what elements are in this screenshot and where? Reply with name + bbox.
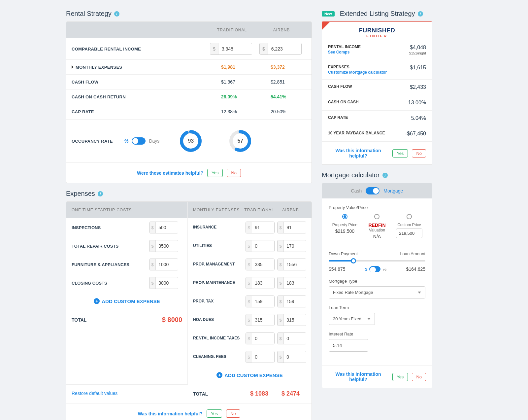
property-price-radio[interactable] bbox=[342, 214, 347, 219]
proptax-trad-input[interactable]: $ bbox=[246, 296, 275, 307]
interest-rate-input[interactable] bbox=[329, 339, 368, 352]
income-trad-input[interactable]: $ bbox=[210, 43, 252, 55]
helpful-yes-button[interactable]: Yes bbox=[207, 169, 223, 177]
property-price-label: Property Price bbox=[329, 223, 361, 227]
ext-cashflow-label: CASH FLOW bbox=[328, 84, 410, 89]
insurance-trad-input[interactable]: $ bbox=[246, 222, 275, 233]
info-icon[interactable]: i bbox=[114, 11, 119, 17]
rtax-airbnb-input[interactable]: $ bbox=[277, 332, 306, 344]
occupancy-rate-label: OCCUPANCY RATE bbox=[72, 139, 124, 144]
clean-trad-input[interactable]: $ bbox=[246, 351, 275, 363]
rental-strategy-title: Rental Strategy i bbox=[66, 10, 312, 18]
repair-input[interactable]: $ bbox=[149, 240, 178, 252]
restore-defaults-link[interactable]: Restore default values bbox=[66, 384, 188, 403]
customize-link[interactable]: Customize bbox=[328, 70, 348, 75]
add-custom-monthly-button[interactable]: +ADD CUSTOM EXPENSE bbox=[188, 366, 312, 384]
inspections-input[interactable]: $ bbox=[149, 222, 178, 233]
maint-trad-input[interactable]: $ bbox=[246, 277, 275, 289]
info-icon[interactable]: i bbox=[418, 11, 423, 17]
clean-airbnb-input[interactable]: $ bbox=[277, 351, 306, 363]
down-payment-label: Down Payment bbox=[329, 251, 358, 256]
mgmt-airbnb-input[interactable]: $ bbox=[277, 259, 306, 270]
income-airbnb-input[interactable]: $ bbox=[259, 43, 302, 55]
hoa-trad-input[interactable]: $ bbox=[246, 314, 275, 326]
ext-income-label: RENTAL INCOME bbox=[328, 45, 409, 49]
col-traditional: TRADITIONAL bbox=[207, 28, 257, 32]
closing-input[interactable]: $ bbox=[149, 277, 178, 289]
maint-airbnb-input[interactable]: $ bbox=[277, 277, 306, 289]
furniture-input[interactable]: $ bbox=[149, 259, 178, 270]
chevron-down-icon bbox=[367, 318, 371, 320]
monthly-expenses-header: MONTHLY EXPENSES bbox=[193, 208, 244, 212]
coc-return-label: CASH ON CASH RETURN bbox=[72, 94, 207, 99]
insurance-airbnb-input[interactable]: $ bbox=[277, 222, 306, 233]
occupancy-donut-trad: 93 bbox=[179, 129, 202, 153]
cap-trad: 12.38% bbox=[207, 109, 257, 114]
info-icon[interactable]: i bbox=[98, 191, 103, 196]
add-custom-startup-button[interactable]: +ADD CUSTOM EXPENSE bbox=[66, 292, 187, 310]
mortgage-type-select[interactable]: Fixed Rate Mortgage bbox=[329, 286, 425, 298]
dollar-percent-toggle[interactable] bbox=[369, 266, 380, 272]
monthly-total-airbnb: $ 2474 bbox=[275, 390, 306, 397]
redfin-valuation-label: Valuation bbox=[361, 228, 393, 232]
coc-airbnb: 54.41% bbox=[257, 94, 306, 99]
mortgage-label: Mortgage bbox=[383, 188, 403, 193]
mortgage-calculator-title: Mortgage calculator i bbox=[322, 171, 432, 179]
mgmt-trad-input[interactable]: $ bbox=[246, 259, 275, 270]
see-comps-link[interactable]: See Comps bbox=[328, 50, 349, 54]
cash-mortgage-toggle[interactable] bbox=[366, 187, 380, 194]
helpful-no-button[interactable]: No bbox=[412, 149, 426, 158]
expenses-trad: $1,981 bbox=[207, 64, 257, 70]
property-value-label: Property Value/Price bbox=[329, 205, 425, 210]
monthly-total-label: TOTAL bbox=[193, 391, 244, 397]
extended-listing-title: New Extended Listing Strategy i bbox=[322, 10, 432, 18]
days-label: Days bbox=[149, 138, 159, 144]
custom-price-input[interactable] bbox=[396, 228, 422, 238]
repair-label: TOTAL REPAIR COSTS bbox=[72, 244, 149, 249]
inspections-label: INSPECTIONS bbox=[72, 225, 149, 230]
redfin-radio[interactable] bbox=[374, 214, 380, 219]
cashflow-airbnb: $2,851 bbox=[257, 79, 306, 85]
percent-label: % bbox=[124, 138, 128, 144]
hoa-airbnb-input[interactable]: $ bbox=[277, 314, 306, 326]
loan-term-select[interactable]: 30 Years Fixed bbox=[329, 313, 375, 325]
helpful-text: Were these estimates helpful? bbox=[137, 170, 203, 176]
utilities-trad-input[interactable]: $ bbox=[246, 240, 275, 252]
ext-cashflow-value: $2,433 bbox=[410, 84, 426, 90]
comparable-rental-income-label: COMPARABLE RENTAL INCOME bbox=[72, 47, 207, 52]
helpful-no-button[interactable]: No bbox=[227, 169, 241, 177]
loan-amount-value: $164,625 bbox=[406, 266, 425, 272]
down-payment-value: $54,875 bbox=[329, 266, 346, 272]
info-icon[interactable]: i bbox=[382, 173, 388, 178]
airbnb-header: AIRBNB bbox=[275, 208, 306, 212]
down-payment-slider[interactable] bbox=[329, 260, 425, 262]
occupancy-donut-airbnb: 57 bbox=[229, 129, 252, 153]
cap-rate-label: CAP RATE bbox=[72, 109, 207, 114]
helpful-yes-button[interactable]: Yes bbox=[207, 409, 222, 418]
closing-label: CLOSING COSTS bbox=[72, 281, 149, 286]
utilities-airbnb-input[interactable]: $ bbox=[277, 240, 306, 252]
occupancy-toggle[interactable] bbox=[132, 137, 146, 145]
expenses-card: ONE TIME STARTUP COSTS INSPECTIONS$ TOTA… bbox=[66, 201, 312, 420]
ext-cap-value: 5.04% bbox=[411, 115, 426, 121]
proptax-airbnb-input[interactable]: $ bbox=[277, 296, 306, 307]
startup-total-value: $ 8000 bbox=[162, 316, 182, 324]
plus-icon: + bbox=[94, 298, 100, 304]
hoa-label: HOA DUES bbox=[193, 317, 243, 323]
mortgage-calc-link[interactable]: Mortgage calculator bbox=[349, 70, 387, 75]
mgmt-label: PROP. MANAGEMENT bbox=[193, 262, 243, 267]
helpful-no-button[interactable]: No bbox=[226, 409, 240, 418]
maint-label: PROP. MAINTENANCE bbox=[193, 280, 243, 286]
rtax-trad-input[interactable]: $ bbox=[246, 332, 275, 344]
custom-price-radio[interactable] bbox=[407, 214, 412, 219]
monthly-expenses-label: MONTHLY EXPENSES bbox=[76, 65, 122, 70]
helpful-yes-button[interactable]: Yes bbox=[392, 373, 408, 381]
expenses-title: Expenses i bbox=[66, 190, 312, 197]
extended-listing-card: FURNISHED FINDER RENTAL INCOMESee Comps … bbox=[322, 21, 432, 165]
insurance-label: INSURANCE bbox=[193, 225, 243, 230]
expand-caret-icon[interactable] bbox=[72, 65, 74, 69]
helpful-text: Was this information helpful? bbox=[328, 148, 388, 158]
interest-rate-label: Interest Rate bbox=[329, 332, 425, 336]
helpful-yes-button[interactable]: Yes bbox=[392, 149, 408, 158]
helpful-no-button[interactable]: No bbox=[412, 373, 426, 381]
